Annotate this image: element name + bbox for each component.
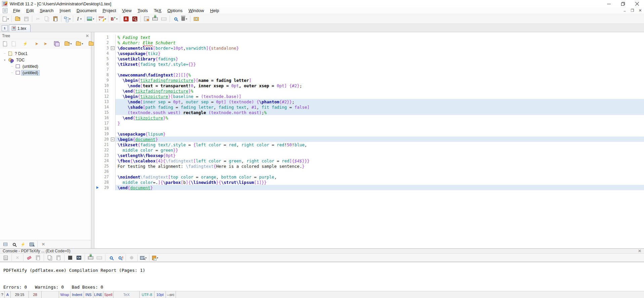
code-text[interactable]: \documentclass[border=10pt,varwidth]{sta… bbox=[116, 45, 644, 51]
code-line-18[interactable]: 18 bbox=[94, 126, 644, 131]
code-text[interactable]: \newcommand\fadingtext[2][]{% bbox=[116, 72, 644, 78]
status-encoding[interactable]: UTF-8 bbox=[140, 291, 154, 298]
console-output-button[interactable] bbox=[2, 254, 10, 262]
macro-play-button[interactable] bbox=[151, 15, 159, 23]
menu-tools[interactable]: Tools bbox=[135, 8, 151, 13]
code-text[interactable]: \begin{tikzfadingfrompicture}[name = fad… bbox=[116, 78, 644, 83]
status-font-size[interactable]: 10pt bbox=[154, 291, 166, 298]
console-status-dot-button[interactable] bbox=[128, 254, 136, 262]
text-style-italic-button[interactable]: I▾ bbox=[75, 15, 83, 23]
console-find-button[interactable] bbox=[107, 254, 115, 262]
code-line-8[interactable]: 8\newcommand\fadingtext[2][]{% bbox=[94, 72, 644, 78]
tree-panel-toggle-button[interactable] bbox=[1, 240, 9, 248]
tree-item-1[interactable]: ▾TOC bbox=[0, 57, 91, 63]
code-text[interactable]: \end{tikzfadingfrompicture}% bbox=[116, 88, 644, 94]
code-line-21[interactable]: 21\tikzset{fading text/.style = {left co… bbox=[94, 142, 644, 147]
insert-image-button[interactable]: ▾ bbox=[87, 15, 95, 23]
tree-folder-button[interactable]: ▾ bbox=[76, 40, 84, 48]
code-text[interactable] bbox=[116, 126, 644, 131]
code-text[interactable]: (textnode.south west) rectangle (textnod… bbox=[116, 110, 644, 115]
code-line-13[interactable]: 13 \node[inner sep = 0pt, outer sep = 0p… bbox=[94, 99, 644, 104]
pdf-search-button[interactable] bbox=[131, 15, 139, 23]
console-log-table-button[interactable]: ▾ bbox=[139, 254, 147, 262]
code-line-4[interactable]: 4\usepackage{tikz} bbox=[94, 51, 644, 56]
code-line-15[interactable]: 15 (textnode.south west) rectangle (text… bbox=[94, 110, 644, 115]
mdi-restore-button[interactable]: ❐ bbox=[629, 8, 636, 13]
fold-marker-icon[interactable]: − bbox=[110, 45, 116, 51]
code-text[interactable]: \usetikzlibrary{fadings} bbox=[116, 56, 644, 61]
code-text[interactable]: middle color=.]{\parbox[b]{\linewidth}{\… bbox=[116, 180, 644, 185]
console-macro-record-button[interactable] bbox=[95, 254, 103, 262]
tree-item-3[interactable]: ┈(untitled) bbox=[0, 69, 91, 76]
code-line-28[interactable]: 28 middle color=.]{\parbox[b]{\linewidth… bbox=[94, 180, 644, 185]
find-button[interactable] bbox=[172, 15, 180, 23]
open-document-button[interactable] bbox=[13, 15, 21, 23]
code-text[interactable]: % Fading text bbox=[116, 35, 644, 40]
tree-pin-out-button[interactable]: ➤ bbox=[41, 40, 49, 48]
menu-insert[interactable]: Insert bbox=[57, 8, 74, 13]
code-line-25[interactable]: 25For testing the alignment: \fadingtext… bbox=[94, 163, 644, 169]
console-find-error-button[interactable] bbox=[116, 254, 124, 262]
menu-document[interactable]: Document bbox=[74, 8, 99, 13]
code-line-10[interactable]: 10 \node[text = transparent!0, inner xse… bbox=[94, 83, 644, 88]
mdi-minimize-button[interactable]: – bbox=[621, 8, 629, 13]
tree-save-all-button[interactable] bbox=[53, 40, 61, 48]
code-text[interactable]: \begin{tikzpicture}[baseline = (textnode… bbox=[116, 94, 644, 99]
code-text[interactable]: \end{document} bbox=[116, 185, 644, 190]
code-line-29[interactable]: 29\end{document} bbox=[94, 185, 644, 190]
code-text[interactable]: \node[inner sep = 0pt, outer sep = 0pt] … bbox=[116, 99, 644, 104]
browse-files-button[interactable] bbox=[192, 15, 200, 23]
save-button[interactable] bbox=[22, 15, 30, 23]
status-cell-14[interactable] bbox=[176, 291, 644, 298]
code-editor[interactable]: 1% Fading text2% Author: Elke Schubert3−… bbox=[94, 32, 644, 248]
code-text[interactable]: \tikzset{fading text/.style = {left colo… bbox=[116, 142, 644, 147]
console-delete-button[interactable] bbox=[34, 254, 42, 262]
console-stop-button[interactable] bbox=[66, 254, 74, 262]
code-text[interactable]: \usepackage{tikz} bbox=[116, 51, 644, 56]
document-selector-icon[interactable]: 1 bbox=[2, 25, 8, 31]
code-line-20[interactable]: 20−\begin{document} bbox=[94, 137, 644, 142]
code-text[interactable]: } bbox=[116, 120, 644, 126]
code-text[interactable]: \tikzset{fading text/.style={}} bbox=[116, 61, 644, 67]
code-line-17[interactable]: 17} bbox=[94, 120, 644, 126]
document-tree-button[interactable]: ▾ bbox=[63, 15, 71, 23]
code-line-11[interactable]: 11 \end{tikzfadingfrompicture}% bbox=[94, 88, 644, 94]
menu-project[interactable]: Project bbox=[99, 8, 119, 13]
code-line-19[interactable]: 19\usepackage{lipsum} bbox=[94, 131, 644, 137]
paste-button[interactable] bbox=[51, 15, 59, 23]
tree-pin-in-button[interactable]: ➤ bbox=[33, 40, 41, 48]
status-spell[interactable]: Spell bbox=[103, 291, 113, 298]
code-line-16[interactable]: 16 \end{tikzpicture}% bbox=[94, 115, 644, 120]
code-line-2[interactable]: 2% Author: Elke Schubert bbox=[94, 40, 644, 45]
code-line-6[interactable]: 6\tikzset{fading text/.style={}} bbox=[94, 61, 644, 67]
macro-options-button[interactable] bbox=[142, 15, 150, 23]
code-line-27[interactable]: 27\noindent\fadingtext[top color = orang… bbox=[94, 174, 644, 180]
code-line-26[interactable]: 26 bbox=[94, 169, 644, 174]
console-copy-button[interactable] bbox=[46, 254, 54, 262]
console-close-icon[interactable]: ✕ bbox=[638, 249, 641, 253]
tree-doc-button[interactable] bbox=[10, 40, 18, 48]
status-insert-mode[interactable]: INS bbox=[84, 291, 93, 298]
tree-editor-splitter[interactable] bbox=[91, 32, 94, 248]
status-col[interactable]: 28 bbox=[29, 291, 42, 298]
close-button[interactable] bbox=[630, 0, 644, 7]
status-format[interactable]: TeX bbox=[113, 291, 140, 298]
menu-window[interactable]: Window bbox=[185, 8, 207, 13]
code-line-22[interactable]: 22 middle color = green}} bbox=[94, 147, 644, 153]
tree-refresh-button[interactable]: ⚡ bbox=[19, 240, 27, 248]
macro-record-button[interactable] bbox=[160, 15, 168, 23]
menu-edit[interactable]: Edit bbox=[23, 8, 37, 13]
code-text[interactable]: \setlength\fboxsep{0pt} bbox=[116, 153, 644, 158]
code-line-12[interactable]: 12 \begin{tikzpicture}[baseline = (textn… bbox=[94, 94, 644, 99]
code-text[interactable] bbox=[116, 67, 644, 72]
console-macro-play-button[interactable] bbox=[87, 254, 95, 262]
code-line-7[interactable]: 7 bbox=[94, 67, 644, 72]
code-text[interactable]: \node[text = transparent!0, inner xsep =… bbox=[116, 83, 644, 88]
status-mode[interactable]: A bbox=[5, 291, 11, 298]
code-line-1[interactable]: 1% Fading text bbox=[94, 35, 644, 40]
menu-file[interactable]: File bbox=[10, 8, 23, 13]
status-src[interactable]: --src bbox=[166, 291, 176, 298]
tree-build-button[interactable]: ⚡ bbox=[21, 40, 29, 48]
tree-item-0[interactable]: ┈? Doc1 bbox=[0, 50, 91, 57]
code-text[interactable]: \fbox{\scalebox{4}{\fadingtext[left colo… bbox=[116, 158, 644, 163]
